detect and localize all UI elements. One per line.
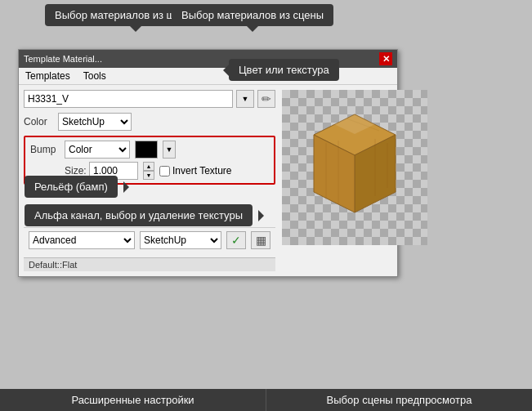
bottom-tooltips-bar: Расширенные настройки Выбор сцены предпр… — [0, 389, 532, 411]
advanced-select[interactable]: Advanced Basic — [29, 231, 135, 249]
tooltip-material-scene: Выбор материалов из сцены — [172, 4, 333, 26]
tooltip-bump: Рельёф (бамп) — [25, 176, 118, 198]
scene-select[interactable]: SketchUp V-Ray — [140, 231, 221, 249]
invert-texture-checkbox[interactable] — [159, 166, 170, 176]
size-spinners: ▲ ▼ — [143, 162, 154, 180]
bump-swatch-dropdown[interactable]: ▼ — [163, 141, 176, 159]
menu-templates[interactable]: Templates — [22, 69, 74, 83]
grid-button[interactable]: ▦ — [251, 231, 270, 249]
bump-color-swatch[interactable] — [135, 141, 158, 159]
dialog-titlebar: Template Material... ✕ — [19, 50, 397, 68]
material-name-dropdown[interactable]: ▼ — [236, 90, 254, 108]
menu-tools[interactable]: Tools — [80, 69, 110, 83]
close-button[interactable]: ✕ — [379, 52, 392, 65]
bottom-bar: Advanced Basic SketchUp V-Ray ✓ ▦ — [24, 227, 275, 252]
color-row: Color SketchUp Custom Texture — [24, 113, 275, 131]
color-label: Color — [24, 116, 53, 127]
size-label: Size: — [65, 165, 84, 176]
bump-row: Bump Color Texture None ▼ — [30, 141, 269, 159]
tooltip-advanced-settings: Расширенные настройки — [0, 389, 266, 411]
tooltip-preview-scene: Выбор сцены предпросмотра — [266, 389, 532, 411]
checkered-background — [282, 90, 427, 245]
dialog-title-text: Template Material... — [24, 54, 102, 64]
material-dialog: Template Material... ✕ Templates Tools ▼… — [18, 49, 398, 277]
menu-bar: Templates Tools — [19, 68, 397, 85]
size-up-button[interactable]: ▲ — [143, 162, 154, 171]
material-name-input[interactable] — [24, 90, 233, 108]
color-select[interactable]: SketchUp Custom Texture — [58, 113, 132, 131]
invert-texture-check[interactable]: Invert Texture — [159, 165, 231, 176]
material-name-row: ▼ ✏ — [24, 90, 275, 108]
preview-panel — [282, 90, 427, 271]
size-down-button[interactable]: ▼ — [143, 171, 154, 180]
tooltip-color-texture: Цвет или текстура — [229, 59, 339, 81]
apply-button[interactable]: ✓ — [226, 231, 246, 249]
preview-canvas — [282, 90, 427, 245]
bump-label: Bump — [30, 144, 60, 155]
material-edit-button[interactable]: ✏ — [257, 90, 275, 108]
status-text: Default::Flat — [29, 260, 77, 270]
bump-select[interactable]: Color Texture None — [65, 141, 130, 159]
status-bar: Default::Flat — [24, 257, 275, 271]
invert-label: Invert Texture — [172, 165, 231, 176]
cube-preview — [297, 106, 412, 229]
tooltip-alpha-remove: Альфа канал, выбор и удаление текстуры — [25, 204, 253, 226]
